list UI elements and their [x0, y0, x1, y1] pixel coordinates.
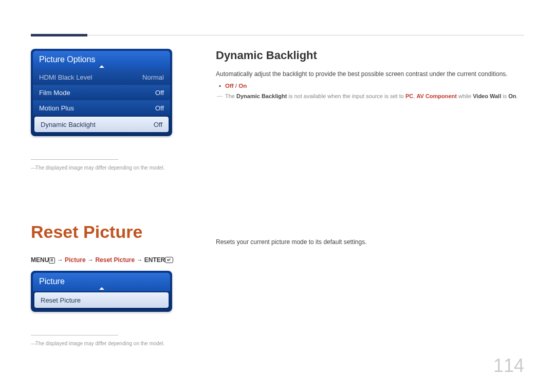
- crumb-enter: ENTER: [144, 256, 165, 264]
- option-off: Off: [225, 83, 234, 89]
- row-label: HDMI Black Level: [39, 73, 92, 81]
- crumb-arrow: →: [55, 256, 65, 264]
- crumb-arrow: →: [135, 256, 144, 264]
- note-text: is not available when the input source i…: [287, 93, 405, 99]
- row-value: Off: [155, 104, 164, 112]
- footnote-divider: [31, 335, 118, 335]
- row-label: Dynamic Backlight: [41, 121, 96, 128]
- option-on: On: [238, 83, 247, 89]
- note-bold: Dynamic Backlight: [236, 93, 287, 99]
- description-text: Automatically adjust the backlight to pr…: [216, 69, 524, 79]
- note-av: AV Component: [416, 93, 457, 99]
- enter-icon: [165, 257, 173, 263]
- section-heading-reset-picture: Reset Picture: [31, 222, 200, 242]
- row-label: Film Mode: [39, 89, 70, 97]
- menu-item-motion-plus[interactable]: Motion Plus Off: [33, 100, 170, 116]
- row-value: Off: [155, 89, 164, 97]
- breadcrumb: MENUⅢ → Picture → Reset Picture → ENTER: [31, 256, 200, 264]
- footnote-text: The displayed image may differ depending…: [31, 341, 200, 346]
- reset-description: Resets your current picture mode to its …: [216, 237, 524, 247]
- availability-note: The Dynamic Backlight is not available w…: [225, 92, 524, 101]
- footnote-text: The displayed image may differ depending…: [31, 165, 200, 171]
- note-text: The: [225, 93, 236, 99]
- menu-item-hdmi-black-level[interactable]: HDMI Black Level Normal: [33, 69, 170, 85]
- menu-item-film-mode[interactable]: Film Mode Off: [33, 85, 170, 100]
- up-arrow-icon: [99, 65, 104, 68]
- menu-header: Picture Options: [33, 51, 170, 69]
- menu-icon: Ⅲ: [49, 257, 55, 264]
- row-value: Normal: [142, 73, 164, 81]
- menu-header: Picture: [33, 273, 170, 291]
- crumb-picture: Picture: [65, 256, 86, 264]
- crumb-reset: Reset Picture: [95, 256, 135, 264]
- note-text: .: [516, 93, 518, 99]
- picture-options-menu: Picture Options HDMI Black Level Normal …: [31, 49, 172, 136]
- note-vw: Video Wall: [473, 93, 501, 99]
- crumb-menu: MENU: [31, 256, 49, 264]
- footnote-divider: [31, 159, 118, 160]
- note-on: On: [508, 93, 516, 99]
- section-heading-dynamic-backlight: Dynamic Backlight: [216, 49, 524, 62]
- crumb-arrow: →: [86, 256, 96, 264]
- note-text: is: [501, 93, 508, 99]
- note-text: while: [457, 93, 473, 99]
- menu-title: Picture Options: [39, 55, 95, 64]
- menu-item-reset-picture[interactable]: Reset Picture: [34, 292, 169, 308]
- menu-item-dynamic-backlight[interactable]: Dynamic Backlight Off: [34, 117, 169, 132]
- option-sep: /: [234, 83, 239, 89]
- row-label: Reset Picture: [41, 296, 81, 304]
- note-pc: PC: [405, 93, 413, 99]
- option-bullet: Off / On: [225, 83, 524, 89]
- header-rule: [31, 35, 524, 35]
- menu-title: Picture: [39, 277, 65, 286]
- row-label: Motion Plus: [39, 104, 74, 112]
- up-arrow-icon: [99, 287, 104, 290]
- page-number: 114: [493, 355, 524, 377]
- row-value: Off: [154, 121, 162, 128]
- picture-submenu: Picture Reset Picture: [31, 271, 172, 312]
